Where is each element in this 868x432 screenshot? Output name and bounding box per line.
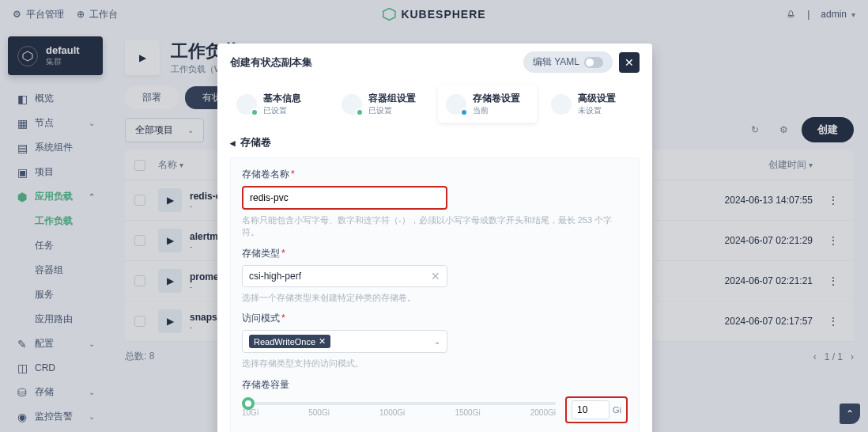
step-basic-status: 已设置	[263, 105, 301, 116]
slider-handle[interactable]	[242, 397, 255, 410]
close-button[interactable]: ✕	[619, 52, 640, 73]
storage-type-value: csi-high-perf	[249, 271, 301, 282]
help-button[interactable]: ⌃	[840, 404, 860, 424]
edit-yaml-toggle[interactable]: 编辑 YAML	[523, 51, 613, 73]
chevron-down-icon: ⌄	[434, 337, 440, 346]
slider-mark: 1000Gi	[379, 408, 405, 417]
step-basic-title: 基本信息	[263, 92, 301, 105]
step-pod-icon	[342, 94, 362, 115]
vol-mode-label: 访问模式	[242, 313, 280, 324]
vol-name-hint: 名称只能包含小写字母、数字和连字符（-），必须以小写字母或数字开头和结尾，最长 …	[242, 214, 628, 239]
step-pod-title: 容器组设置	[368, 92, 416, 105]
step-advanced-icon	[551, 94, 572, 115]
back-icon[interactable]: ◂	[230, 137, 236, 149]
step-volume[interactable]: 存储卷设置当前	[438, 85, 537, 123]
capacity-slider[interactable]	[242, 402, 556, 405]
access-mode-select[interactable]: ReadWriteOnce✕ ⌄	[242, 330, 447, 353]
edit-yaml-label: 编辑 YAML	[533, 55, 579, 69]
capacity-input[interactable]	[572, 400, 609, 419]
create-statefulset-modal: 创建有状态副本集 编辑 YAML ✕ 基本信息已设置 容器组设置已设置 存储卷设…	[217, 44, 652, 432]
remove-tag-icon[interactable]: ✕	[319, 336, 326, 347]
capacity-unit: Gi	[613, 405, 621, 415]
step-volume-title: 存储卷设置	[473, 92, 520, 105]
volume-name-input[interactable]	[242, 186, 447, 210]
vol-type-label: 存储类型	[242, 248, 280, 259]
modal-title: 创建有状态副本集	[230, 55, 312, 70]
section-title: 存储卷	[240, 135, 271, 150]
step-advanced-title: 高级设置	[578, 92, 616, 105]
step-volume-status: 当前	[473, 105, 520, 116]
slider-mark: 10Gi	[242, 408, 259, 417]
step-advanced[interactable]: 高级设置未设置	[543, 85, 642, 123]
step-advanced-status: 未设置	[578, 105, 616, 116]
slider-mark: 1500Gi	[455, 408, 480, 417]
slider-mark: 2000Gi	[530, 408, 556, 417]
storage-type-select[interactable]: csi-high-perf ✕	[242, 265, 447, 287]
vol-name-label: 存储卷名称	[242, 169, 289, 180]
access-mode-value: ReadWriteOnce	[254, 337, 315, 347]
vol-mode-hint: 选择存储类型支持的访问模式。	[242, 358, 628, 369]
step-pod[interactable]: 容器组设置已设置	[334, 85, 432, 123]
vol-capacity-label: 存储卷容量	[242, 379, 289, 390]
clear-icon[interactable]: ✕	[431, 270, 440, 282]
step-basic-icon	[236, 94, 257, 115]
capacity-box: Gi	[565, 396, 628, 423]
slider-mark: 500Gi	[308, 408, 330, 417]
step-basic[interactable]: 基本信息已设置	[228, 85, 327, 123]
step-pod-status: 已设置	[368, 105, 416, 116]
toggle-icon	[584, 57, 603, 68]
step-volume-icon	[446, 94, 466, 115]
access-mode-tag: ReadWriteOnce✕	[249, 335, 330, 348]
vol-type-hint: 选择一个存储类型来创建特定种类的存储卷。	[242, 292, 628, 304]
